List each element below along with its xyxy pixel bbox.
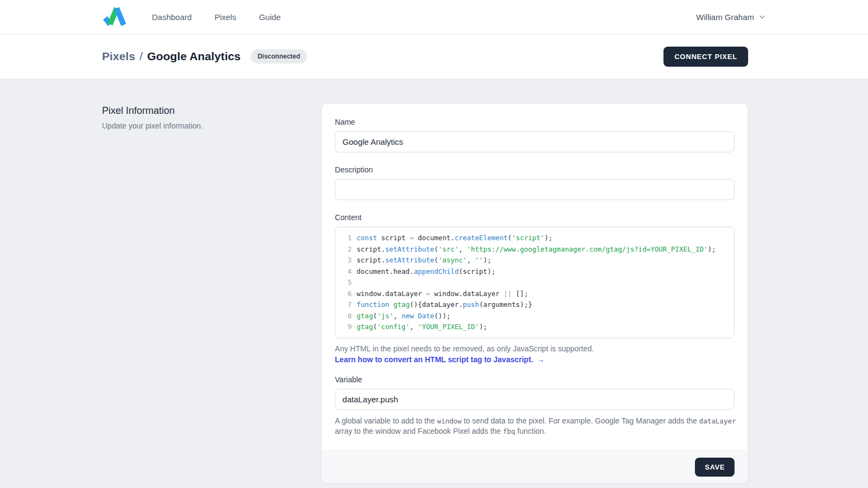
breadcrumb-separator: / — [139, 50, 143, 63]
section-subtitle: Update your pixel information. — [102, 121, 321, 130]
code-line: 3script.setAttribute('async', ''); — [340, 255, 729, 266]
content-note: Any HTML in the pixel needs to be remove… — [335, 344, 735, 353]
convert-script-link-text: Learn how to convert an HTML script tag … — [335, 355, 533, 364]
breadcrumb: Pixels / Google Analytics — [102, 50, 241, 63]
variable-field-group: Variable A global variable to add to the… — [335, 375, 735, 451]
save-button[interactable]: SAVE — [695, 458, 735, 477]
description-label: Description — [335, 165, 735, 174]
main-content: Pixel Information Update your pixel info… — [0, 79, 868, 484]
code-editor[interactable]: 1const script = document.createElement('… — [335, 227, 735, 338]
code-line: 8gtag('js', new Date()); — [340, 311, 729, 322]
content-label: Content — [335, 213, 735, 222]
pixel-form-card: Name Description Content 1const script =… — [321, 103, 748, 484]
nav-link-pixels[interactable]: Pixels — [214, 12, 236, 22]
code-line: 9gtag('config', 'YOUR_PIXEL_ID'); — [340, 322, 729, 333]
page-title: Google Analytics — [147, 50, 240, 63]
variable-help: A global variable to add to the window t… — [335, 416, 736, 451]
code-line: 2script.setAttribute('src', 'https://www… — [340, 244, 729, 255]
connect-pixel-button[interactable]: CONNECT PIXEL — [663, 47, 748, 67]
nav-link-guide[interactable]: Guide — [259, 12, 280, 22]
name-input[interactable] — [335, 131, 735, 152]
card-footer: SAVE — [322, 451, 748, 483]
description-field-group: Description — [335, 165, 735, 200]
name-field-group: Name — [335, 118, 735, 152]
code-line: 1const script = document.createElement('… — [340, 233, 729, 244]
logo-icon — [102, 5, 127, 29]
arrow-right-icon: → — [537, 355, 545, 364]
convert-script-link[interactable]: Learn how to convert an HTML script tag … — [335, 355, 544, 364]
code-line: 7function gtag(){dataLayer.push(argument… — [340, 299, 729, 311]
top-nav-bar: Dashboard Pixels Guide William Graham — [0, 0, 868, 34]
nav-link-dashboard[interactable]: Dashboard — [152, 12, 192, 22]
code-line: 6window.dataLayer = window.dataLayer || … — [340, 288, 729, 300]
section-title: Pixel Information — [102, 105, 321, 117]
user-name: William Graham — [696, 12, 754, 22]
status-badge: Disconnected — [251, 49, 308, 63]
breadcrumb-pixels[interactable]: Pixels — [102, 50, 135, 63]
section-intro: Pixel Information Update your pixel info… — [102, 103, 321, 130]
variable-input[interactable] — [335, 389, 735, 410]
code-line: 4document.head.appendChild(script); — [340, 266, 729, 278]
code-line: 5 — [340, 277, 729, 288]
page-header: Pixels / Google Analytics Disconnected C… — [0, 34, 868, 79]
chevron-down-icon — [758, 13, 766, 21]
user-menu[interactable]: William Graham — [696, 12, 766, 22]
app-logo[interactable] — [102, 5, 127, 29]
nav-links: Dashboard Pixels Guide — [152, 12, 280, 22]
variable-label: Variable — [335, 375, 735, 384]
description-input[interactable] — [335, 179, 735, 200]
content-field-group: Content 1const script = document.createE… — [335, 213, 735, 364]
name-label: Name — [335, 118, 735, 126]
